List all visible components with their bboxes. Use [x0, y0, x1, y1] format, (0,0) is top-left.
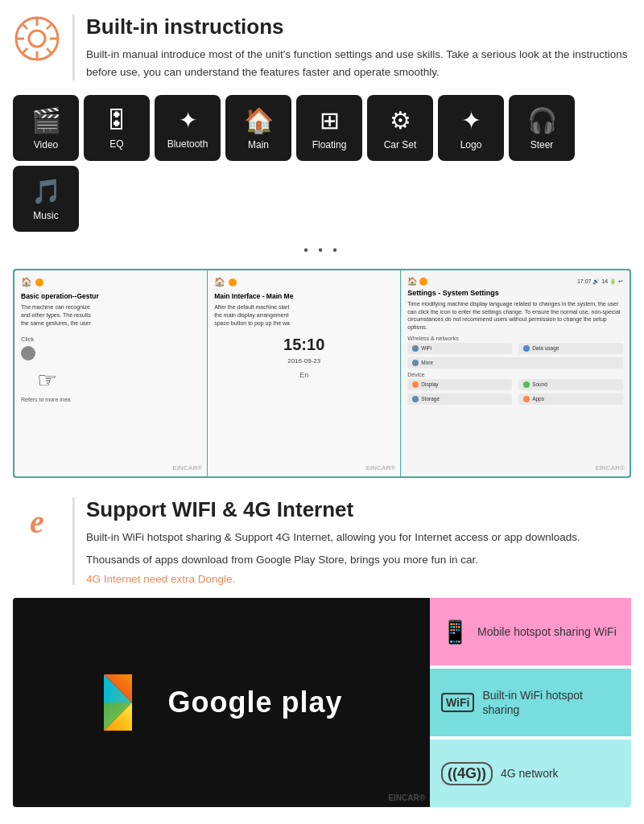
ss-main-date: 2016-09-23: [214, 357, 394, 365]
video-label: Video: [34, 139, 58, 150]
bluetooth-label: Bluetooth: [167, 138, 208, 150]
icon-video[interactable]: 🎬 Video: [13, 95, 79, 161]
ss-more-label: Refers to more inea: [21, 397, 200, 402]
ss-basic-text: The machine can recognizeand other types…: [21, 303, 200, 327]
eq-label: EQ: [109, 138, 123, 150]
builtin-text: Built-in manual introduce most of the un…: [86, 46, 631, 80]
feature-card-wifi: WiFi Built-in WiFi hotspot sharing: [430, 669, 631, 736]
feature-card-4g: ((4G)) 4G network: [430, 740, 631, 807]
ss-main-time: 15:10: [214, 336, 394, 354]
icon-logo[interactable]: ✦ Logo: [438, 95, 504, 161]
bluetooth-icon: ✦: [179, 107, 197, 134]
icon-main[interactable]: 🏠 Main: [225, 95, 291, 161]
video-icon: 🎬: [31, 106, 61, 134]
floating-icon: ⊞: [320, 106, 340, 134]
hotspot-text: Mobile hotspot sharing WiFi: [477, 624, 617, 639]
play-logo-row: Google play: [100, 670, 342, 735]
wifi-title: Support WIFI & 4G Internet: [86, 497, 631, 522]
screenshot-strip: 🏠 Basic operation--Gestur The machine ca…: [13, 269, 631, 478]
feature-card-hotspot: 📱 Mobile hotspot sharing WiFi: [430, 598, 631, 665]
builtin-body: Built-in instructions Built-in manual in…: [72, 14, 631, 80]
logo-icon: ✦: [461, 106, 481, 134]
wifi-badge-icon: WiFi: [441, 693, 474, 712]
ss-main-title: Main Interface - Main Me: [214, 292, 394, 300]
icon-music[interactable]: 🎵 Music: [13, 166, 79, 232]
ss-panel-settings: 🏠 17:07 🔊 14 🔋 ↩ Settings - System Setti…: [401, 270, 630, 476]
svg-line-6: [22, 23, 27, 29]
svg-point-1: [29, 31, 45, 47]
ss-settings-text: Time modifying machine display language …: [407, 300, 623, 331]
google-play-panel: Google play EINCAR®: [13, 598, 430, 807]
watermark2: EINCAR®: [366, 464, 396, 472]
carset-icon: ⚙: [390, 106, 411, 134]
section-wifi: e Support WIFI & 4G Internet Built-in Wi…: [0, 483, 644, 590]
wifi-text2: Thousands of apps download from Google P…: [86, 551, 631, 569]
section-builtin: Built-in instructions Built-in manual in…: [0, 0, 644, 90]
ss-status-bar: 17:07 🔊 14 🔋 ↩: [577, 278, 623, 285]
bottom-grid: Google play EINCAR® 📱 Mobile hotspot sha…: [13, 598, 631, 807]
builtin-title: Built-in instructions: [86, 14, 631, 39]
builtin-icon: [13, 14, 61, 63]
icon-grid: 🎬 Video 🎛 EQ ✦ Bluetooth 🏠 Main ⊞ Floati…: [0, 90, 644, 240]
ss-hand-icon: ☞: [37, 367, 200, 393]
ss-click-label: Click: [21, 336, 200, 343]
ss-panel-main: 🏠 Main Interface - Main Me After the def…: [208, 270, 401, 476]
wifi-text1: Built-in WiFi hotspot sharing & Support …: [86, 529, 631, 546]
steer-label: Steer: [530, 139, 554, 150]
steer-icon: 🎧: [527, 106, 557, 134]
google-play-text: Google play: [167, 686, 342, 719]
music-label: Music: [33, 210, 58, 221]
phone-icon: 📱: [441, 619, 469, 645]
icon-bluetooth[interactable]: ✦ Bluetooth: [155, 95, 221, 161]
4g-badge-icon: ((4G)): [441, 762, 493, 785]
main-icon: 🏠: [244, 106, 274, 134]
ss-basic-title: Basic operation--Gestur: [21, 292, 200, 300]
logo-label: Logo: [460, 139, 482, 150]
eq-icon: 🎛: [105, 106, 129, 134]
feature-cards: 📱 Mobile hotspot sharing WiFi WiFi Built…: [430, 598, 631, 807]
carousel-dots: • • •: [0, 240, 644, 264]
wifi-body: Support WIFI & 4G Internet Built-in WiFi…: [72, 497, 631, 585]
play-logo-triangle: [100, 670, 156, 735]
icon-carset[interactable]: ⚙ Car Set: [367, 95, 433, 161]
ss-settings-title: Settings - System Settings: [407, 289, 623, 297]
carset-label: Car Set: [384, 139, 417, 150]
icon-floating[interactable]: ⊞ Floating: [296, 95, 362, 161]
watermark1: EINCAR®: [173, 464, 203, 472]
svg-line-7: [47, 48, 52, 54]
music-icon: 🎵: [31, 177, 61, 205]
icon-steer[interactable]: 🎧 Steer: [509, 95, 575, 161]
wifi-section-icon: e: [13, 497, 61, 546]
google-play-content: Google play: [100, 670, 342, 735]
ss-main-text: After the default machine startthe main …: [214, 303, 394, 327]
ss-main-lang: En: [214, 371, 394, 379]
4g-feature-text: 4G network: [501, 766, 559, 781]
wifi-feature-text: Built-in WiFi hotspot sharing: [482, 688, 620, 717]
gp-watermark: EINCAR®: [388, 793, 425, 802]
svg-line-9: [22, 48, 27, 54]
floating-label: Floating: [312, 139, 347, 150]
main-label: Main: [248, 139, 269, 150]
icon-eq[interactable]: 🎛 EQ: [84, 95, 150, 161]
watermark3: EINCAR®: [595, 464, 625, 472]
ss-panel-basic: 🏠 Basic operation--Gestur The machine ca…: [14, 270, 208, 476]
wifi-note: 4G Internet need extra Dongle.: [86, 573, 631, 585]
svg-line-8: [47, 23, 52, 29]
